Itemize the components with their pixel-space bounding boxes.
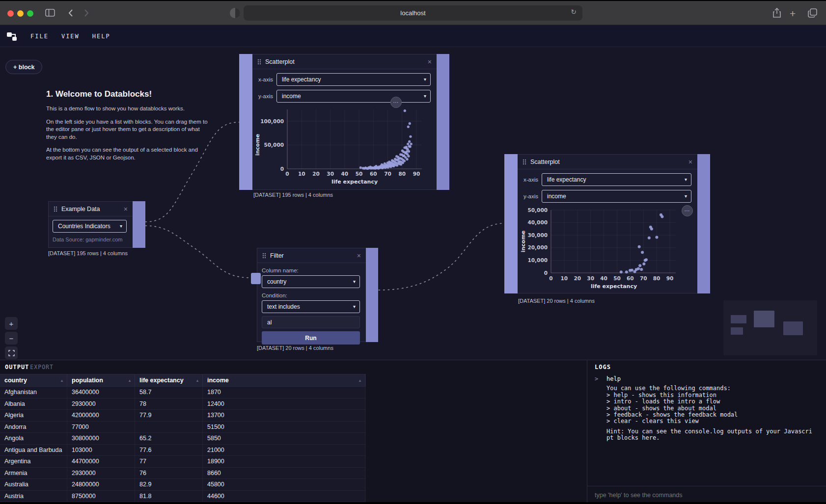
output-port[interactable] [366, 248, 378, 342]
chevron-down-icon: ▾ [353, 279, 356, 284]
welcome-paragraph: At the bottom you can see the output of … [46, 146, 211, 161]
table-body: Afghanistan3640000058.71870Albania293000… [0, 387, 366, 502]
node-title: Scatterplot [530, 159, 560, 165]
zoom-window-button[interactable] [27, 10, 33, 17]
drag-handle-icon[interactable] [257, 59, 261, 65]
svg-text:0: 0 [549, 275, 552, 281]
close-icon[interactable]: × [357, 252, 361, 260]
input-port[interactable] [239, 54, 252, 190]
logs-input-divider [587, 486, 826, 486]
table-cell: Algeria [0, 410, 67, 421]
drag-handle-icon[interactable] [54, 206, 57, 212]
input-port[interactable] [251, 273, 261, 284]
node-scatterplot-2[interactable]: Scatterplot × x-axis life expectancy ▾ y… [504, 154, 710, 293]
close-icon[interactable]: × [124, 205, 128, 213]
node-drag-header[interactable]: Scatterplot × [252, 54, 437, 69]
svg-text:30: 30 [587, 275, 594, 281]
share-icon[interactable] [772, 7, 782, 21]
output-port[interactable] [697, 154, 710, 293]
new-tab-icon[interactable]: + [790, 8, 796, 20]
table-cell: 21000 [203, 445, 365, 456]
column-header-population[interactable]: population▴ [67, 374, 135, 386]
sidebar-toggle-icon[interactable] [45, 7, 55, 21]
x-axis-value: life expectancy [282, 76, 321, 83]
scatter-chart: 0102030405060708090010,00020,00030,00040… [518, 203, 697, 293]
zoom-in-button[interactable]: + [5, 317, 18, 330]
dataset-caption: [DATASET] 195 rows | 4 columns [48, 250, 128, 256]
table-row: Antigua and Barbuda10300077.621000 [0, 445, 366, 456]
table-row: Andorra7700051500 [0, 422, 366, 433]
fit-view-button[interactable] [5, 346, 18, 359]
reload-icon[interactable]: ↻ [571, 8, 577, 16]
svg-text:70: 70 [384, 171, 391, 177]
column-select[interactable]: country ▾ [262, 275, 360, 288]
node-example-data[interactable]: Example Data × Countries Indicators ▾ Da… [48, 201, 145, 248]
column-header-country[interactable]: country▴ [0, 374, 67, 386]
log-command-line: >help [595, 376, 820, 382]
svg-text:income: income [254, 134, 261, 156]
condition-select[interactable]: text includes ▾ [262, 300, 360, 313]
drag-handle-icon[interactable] [523, 159, 526, 165]
column-header-life-expectancy[interactable]: life expectancy▴ [135, 374, 203, 386]
svg-text:100,000: 100,000 [260, 118, 284, 124]
app-window: localhost ↻ + FILEVIEWHELP + block [0, 0, 826, 504]
node-drag-header[interactable]: Scatterplot × [518, 155, 697, 169]
minimize-window-button[interactable] [17, 10, 24, 17]
node-drag-header[interactable]: Filter × [257, 248, 366, 263]
dataset-select[interactable]: Countries Indicators ▾ [53, 220, 127, 233]
close-icon[interactable]: × [428, 58, 432, 66]
y-axis-select[interactable]: income ▾ [542, 190, 691, 203]
table-cell: 5850 [203, 433, 365, 444]
y-axis-label: y-axis [518, 193, 538, 199]
table-cell: 77.6 [135, 445, 203, 456]
x-axis-select[interactable]: life expectancy ▾ [542, 173, 691, 186]
log-command-text: help [606, 376, 621, 382]
column-header-label: life expectancy [139, 377, 184, 384]
sort-icon: ▴ [61, 378, 63, 383]
add-block-button[interactable]: + block [5, 60, 42, 74]
close-window-button[interactable] [7, 10, 14, 17]
tabs-overview-icon[interactable] [807, 8, 818, 20]
node-filter[interactable]: Filter × Column name: country ▾ Conditio… [257, 248, 378, 342]
table-row: Argentina447000007718900 [0, 456, 366, 468]
zoom-out-button[interactable]: − [5, 332, 18, 345]
export-tab[interactable]: EXPORT [30, 364, 54, 371]
output-panel: OUTPUT EXPORT country▴population▴life ex… [0, 360, 587, 503]
output-port[interactable] [437, 54, 449, 190]
back-icon[interactable] [68, 7, 74, 21]
minimap-node [731, 327, 743, 335]
table-row: Austria875000081.844600 [0, 491, 366, 503]
node-drag-header[interactable]: Example Data × [49, 202, 133, 216]
table-cell: Australia [0, 479, 67, 490]
menu-item-file[interactable]: FILE [30, 33, 49, 40]
flow-canvas[interactable]: + block 1. Welcome to Datablocks! This i… [0, 47, 826, 360]
x-axis-select[interactable]: life expectancy ▾ [276, 73, 431, 86]
address-bar[interactable]: localhost ↻ [244, 5, 582, 21]
forward-icon[interactable] [83, 7, 89, 21]
output-port[interactable] [133, 201, 145, 248]
output-tab[interactable]: OUTPUT [5, 364, 29, 371]
welcome-paragraph: On the left side you have a list with bl… [46, 118, 211, 141]
chart-options-button[interactable]: ⋯ [682, 205, 693, 216]
drag-handle-icon[interactable] [262, 253, 266, 259]
run-button[interactable]: Run [262, 331, 360, 345]
node-scatterplot-1[interactable]: Scatterplot × x-axis life expectancy ▾ y… [239, 54, 449, 190]
svg-text:10: 10 [561, 275, 568, 281]
column-header-income[interactable]: income▴ [203, 374, 365, 386]
privacy-icon [230, 8, 240, 18]
input-port[interactable] [504, 154, 518, 293]
y-axis-select[interactable]: income ▾ [276, 90, 431, 103]
svg-text:80: 80 [398, 171, 406, 177]
table-cell: 103000 [67, 445, 135, 456]
minimap[interactable] [723, 300, 817, 355]
chart-options-button[interactable]: ⋯ [390, 97, 402, 108]
svg-text:60: 60 [627, 275, 634, 281]
menu-item-help[interactable]: HELP [92, 33, 110, 40]
column-header-label: population [72, 377, 103, 384]
close-icon[interactable]: × [688, 158, 692, 166]
menu-item-view[interactable]: VIEW [61, 33, 80, 40]
filter-query-input[interactable] [262, 316, 360, 328]
logs-command-input[interactable] [595, 492, 818, 499]
dataset-caption: [DATASET] 20 rows | 4 columns [518, 298, 595, 304]
svg-text:10: 10 [298, 171, 305, 177]
